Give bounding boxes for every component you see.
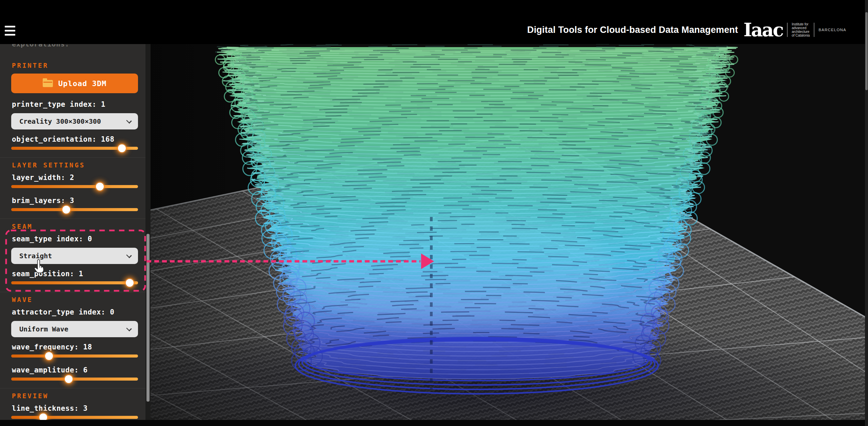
chevron-down-icon [126,252,132,258]
iaac-logo: Iaac Institute foradvancedarchitectureof… [744,21,846,39]
wave-frequency-slider[interactable] [11,351,138,361]
iaac-logo-city: BARCELONA [818,28,846,32]
chevron-down-icon [126,326,132,331]
brim-layers-label: brim_layers: 3 [12,197,146,205]
line-thickness-label: line_thickness: 3 [12,404,146,413]
hamburger-menu-icon[interactable] [5,26,16,38]
printer-type-select[interactable]: Creality 300×300×300 [11,113,138,129]
seam-position-label: seam_position: 1 [12,270,146,278]
logo-divider [814,23,814,37]
object-orientation-slider-thumb[interactable] [118,144,126,152]
line-thickness-slider-thumb[interactable] [39,413,47,420]
wave-amplitude-label: wave_amplitude: 6 [12,366,146,374]
wave-amplitude-slider-thumb[interactable] [65,375,73,383]
viewport-3d[interactable] [151,44,868,426]
section-header: PRINTER [12,62,146,69]
object-orientation-label: object_orientation: 168 [12,135,146,144]
layer-width-slider[interactable] [11,182,138,191]
iaac-logo-institute: Institute foradvancedarchitectureof Cata… [792,22,810,37]
iaac-logo-text: Iaac [744,21,783,39]
attractor-type-index-label: attractor_type index: 0 [12,308,146,317]
sidebar-scrollbar[interactable] [145,44,151,426]
brim-layers-slider[interactable] [11,205,138,214]
printer-type-index-label: printer_type index: 1 [12,100,146,109]
layer-width-slider-thumb[interactable] [96,183,104,190]
bottom-strip [0,420,868,426]
seam-type-index-label: seam_type index: 0 [12,235,146,243]
brim-layers-slider-thumb[interactable] [62,206,70,214]
seam-position-slider-thumb[interactable] [126,279,134,287]
section-wave: WAVEattractor_type index: 0 Uniform Wave… [0,292,146,388]
section-header: SEAM [12,223,146,230]
wave-frequency-slider-thumb[interactable] [45,352,53,360]
section-header: WAVE [12,296,146,303]
section-printer: PRINTER Upload 3DMprinter_type index: 1 … [0,58,146,158]
settings-sidebar: explorations:PRINTER Upload 3DMprinter_t… [0,44,146,420]
section-seam: SEAMseam_type index: 0 Straight seam_pos… [0,219,146,292]
scrolled-text: explorations: [12,44,146,48]
upload-3dm-button[interactable]: Upload 3DM [11,74,138,93]
wave-frequency-label: wave_frequency: 18 [12,343,146,351]
app-title: Digital Tools for Cloud-based Data Manag… [527,25,738,35]
attractor-type-select[interactable]: Uniform Wave [11,321,138,337]
chevron-down-icon [126,118,132,124]
sidebar-scrollbar-thumb[interactable] [146,234,150,402]
section-header: PREVIEW [12,392,146,400]
logo-divider [787,23,788,37]
page-scrollbar[interactable] [865,0,868,426]
section-layer-settings: LAYER SETTINGSlayer_width: 2 brim_layers… [0,158,146,219]
object-orientation-slider[interactable] [11,144,138,153]
wave-amplitude-slider[interactable] [11,374,138,384]
page-scrollbar-thumb[interactable] [865,12,868,90]
layer-width-label: layer_width: 2 [12,174,146,182]
seam-position-slider[interactable] [11,278,138,287]
folder-icon [43,80,53,87]
section-header: LAYER SETTINGS [12,161,146,169]
section-preview: PREVIEWline_thickness: 3 [0,388,146,420]
top-bar: Digital Tools for Cloud-based Data Manag… [0,0,868,44]
print-preview [151,44,868,426]
line-thickness-slider[interactable] [11,413,138,420]
seam-type-select[interactable]: Straight [11,248,138,264]
